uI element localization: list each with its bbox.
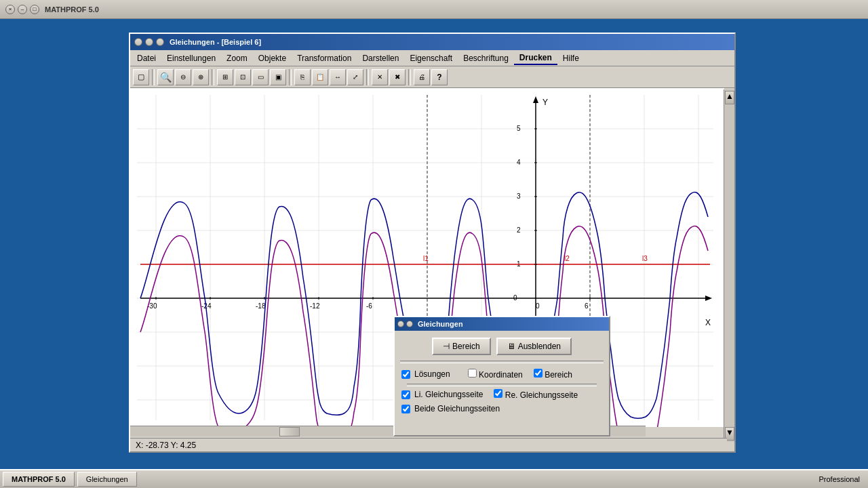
menu-drucken[interactable]: Drucken [514,52,557,65]
menu-zoom[interactable]: Zoom [221,52,253,64]
os-window-controls[interactable]: × – □ [5,5,39,14]
menu-hilfe[interactable]: Hilfe [557,52,585,64]
bereich-label2: Bereich [545,370,572,380]
toolbar-scale-btn[interactable]: ⤢ [347,69,363,85]
win-close-btn[interactable] [134,38,142,46]
svg-text:-18: -18 [256,302,266,310]
taskbar-app-label: MATHPROF 5.0 [12,475,66,483]
toolbar-zoomout-btn[interactable]: ⊖ [175,69,191,85]
toolbar-closex-btn[interactable]: ✕ [372,69,388,85]
re-gleichungsseite-checkbox[interactable] [494,389,502,398]
toolbar-grid-btn[interactable]: ⊞ [217,69,233,85]
koordinaten-checkbox[interactable] [468,369,477,378]
taskbar-app-item[interactable]: MATHPROF 5.0 [3,472,75,487]
win-min-btn[interactable] [145,38,153,46]
menu-darstellen[interactable]: Darstellen [357,52,404,64]
taskbar-window-item[interactable]: Gleichungen [77,472,137,487]
toolbar-sep1 [152,69,155,85]
beide-gleichungsseiten-row: Beide Gleichungsseiten [401,404,602,413]
window-title-text: Gleichungen - [Beispiel 6] [170,38,261,46]
toolbar-zoomin-btn[interactable]: 🔍 [157,69,174,85]
svg-text:l3: l3 [642,255,648,262]
svg-text:0: 0 [536,302,540,310]
bereich-icon: ⊣ [443,342,450,351]
taskbar: MATHPROF 5.0 Gleichungen Professional [0,469,868,488]
menu-beschriftung[interactable]: Beschriftung [458,52,514,64]
li-gleichungsseite-row: Li. Gleichungsseite Re. Gleichungsseite [401,389,602,400]
taskbar-edition-label: Professional [818,475,860,483]
menu-datei[interactable]: Datei [132,52,161,64]
dialog-title-bar: Gleichungen [395,317,609,331]
os-max-btn[interactable]: □ [30,5,39,14]
ausblenden-icon: 🖥 [507,342,515,351]
svg-text:X: X [705,318,711,327]
dialog-button-row: ⊣ Bereich 🖥 Ausblenden [395,331,609,359]
menu-einstellungen[interactable]: Einstellungen [161,52,221,64]
toolbar-print-btn[interactable]: 🖨 [414,69,430,85]
scrollbar-v-top-arrow[interactable]: ▲ [725,91,734,104]
window-title-bar: Gleichungen - [Beispiel 6] [130,34,734,50]
svg-text:2: 2 [517,226,521,234]
svg-text:l2: l2 [564,255,570,262]
svg-text:4: 4 [517,159,521,166]
taskbar-edition: Professional [818,475,865,483]
toolbar-cursor-btn[interactable]: ▢ [133,69,149,85]
menu-bar: Datei Einstellungen Zoom Objekte Transfo… [130,50,734,66]
toolbar-sep2 [212,69,214,85]
toolbar-sep3 [289,69,292,85]
scrollbar-vertical[interactable]: ▲ ▼ [724,89,734,442]
menu-objekte[interactable]: Objekte [253,52,292,64]
bereich-label: Bereich [452,342,480,351]
dialog-close-btn[interactable] [397,321,404,327]
beide-gleichungsseiten-checkbox[interactable] [401,405,410,413]
dialog-sep4 [407,386,597,386]
menu-transformation[interactable]: Transformation [292,52,357,64]
re-gleichungsseite-label: Re. Gleichungsseite [505,390,578,400]
svg-text:-6: -6 [366,302,372,310]
svg-text:6: 6 [585,302,589,310]
svg-text:-12: -12 [310,302,320,310]
dialog-sep1 [400,361,604,361]
toolbar-fit-btn[interactable]: ⊡ [235,69,251,85]
loesungen-checkbox[interactable] [401,370,410,379]
toolbar-expand-btn[interactable]: ▣ [270,69,286,85]
toolbar-frame-btn[interactable]: ▭ [252,69,269,85]
toolbar-help-btn[interactable]: ? [431,69,448,85]
svg-text:l1: l1 [423,255,429,262]
svg-text:0: 0 [513,294,517,302]
koordinaten-label: Koordinaten [479,370,523,380]
dialog-sep2 [400,363,604,363]
li-gleichungsseite-label: Li. Gleichungsseite [414,390,483,399]
toolbar-delete-btn[interactable]: ✖ [389,69,406,85]
dialog-checkboxes: Lösungen Koordinaten Bereich Li. Gleichu… [395,366,609,420]
scrollbar-h-thumb[interactable] [279,427,300,436]
taskbar-window-label: Gleichungen [86,475,128,483]
svg-text:5: 5 [517,125,521,132]
menu-eigenschaft[interactable]: Eigenschaft [404,52,458,64]
os-title-bar: × – □ MATHPROF 5.0 [0,0,868,19]
bereich-button[interactable]: ⊣ Bereich [432,338,491,355]
bereich-checkbox[interactable] [534,369,542,378]
beide-gleichungsseiten-label: Beide Gleichungsseiten [414,404,500,413]
ausblenden-button[interactable]: 🖥 Ausblenden [496,338,572,355]
toolbar-sep5 [408,69,411,85]
ausblenden-label: Ausblenden [518,342,561,351]
svg-text:Y: Y [542,98,548,107]
dialog-min-btn[interactable] [406,321,413,327]
main-status-bar: X: -28.73 Y: 4.25 [130,438,727,451]
os-min-btn[interactable]: – [18,5,27,14]
toolbar-paste-btn[interactable]: 📋 [312,69,328,85]
loesungen-row: Lösungen Koordinaten Bereich [401,369,602,380]
os-close-btn[interactable]: × [5,5,15,14]
coords-text: X: -28.73 Y: 4.25 [136,441,196,450]
win-max-btn[interactable] [156,38,164,46]
dialog-window: Gleichungen ⊣ Bereich 🖥 Ausblenden Lösun… [393,316,610,436]
toolbar: ▢ 🔍 ⊖ ⊕ ⊞ ⊡ ▭ ▣ ⎘ 📋 ↔ ⤢ ✕ ✖ 🖨 ? [130,66,734,88]
toolbar-copy-btn[interactable]: ⎘ [294,69,311,85]
li-gleichungsseite-checkbox[interactable] [401,390,410,399]
os-title-text: MATHPROF 5.0 [45,5,99,14]
toolbar-move-btn[interactable]: ↔ [330,69,346,85]
svg-text:3: 3 [517,192,521,200]
dialog-sep3 [407,384,597,384]
toolbar-zoomreset-btn[interactable]: ⊕ [193,69,209,85]
